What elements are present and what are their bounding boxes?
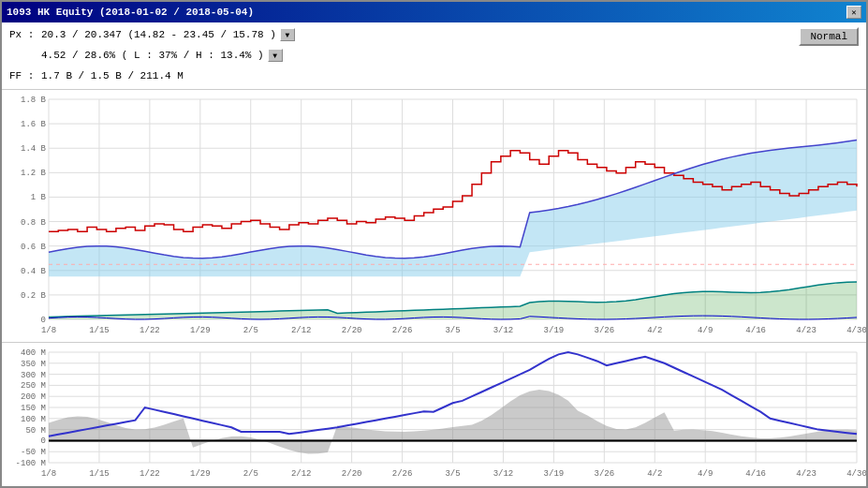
- upper-chart: [2, 90, 866, 343]
- px-value: 20.3 / 20.347 (14.82 - 23.45 / 15.78 ): [41, 29, 276, 40]
- px-row: Px : 20.3 / 20.347 (14.82 - 23.45 / 15.7…: [9, 24, 859, 45]
- pct-dropdown[interactable]: ▼: [268, 49, 283, 62]
- upper-chart-canvas: [2, 90, 866, 343]
- info-bar: Px : 20.3 / 20.347 (14.82 - 23.45 / 15.7…: [2, 22, 866, 90]
- window-title: 1093 HK Equity (2018-01-02 / 2018-05-04): [7, 7, 254, 18]
- lower-chart-canvas: [2, 343, 866, 486]
- ff-label: FF :: [9, 70, 37, 81]
- ff-row: FF : 1.7 B / 1.5 B / 211.4 M: [9, 66, 859, 86]
- lower-chart: [2, 343, 866, 486]
- ff-value: 1.7 B / 1.5 B / 211.4 M: [41, 70, 184, 81]
- pct-value: 4.52 / 28.6% ( L : 37% / H : 13.4% ): [41, 50, 264, 61]
- charts-container: [2, 90, 866, 486]
- px-label: Px :: [9, 29, 37, 40]
- normal-button[interactable]: Normal: [799, 27, 859, 46]
- title-bar: 1093 HK Equity (2018-01-02 / 2018-05-04)…: [2, 2, 866, 22]
- close-button[interactable]: ✕: [846, 6, 861, 19]
- pct-row: 4.52 / 28.6% ( L : 37% / H : 13.4% ) ▼: [9, 45, 859, 66]
- main-window: 1093 HK Equity (2018-01-02 / 2018-05-04)…: [0, 0, 868, 488]
- px-dropdown[interactable]: ▼: [280, 28, 295, 41]
